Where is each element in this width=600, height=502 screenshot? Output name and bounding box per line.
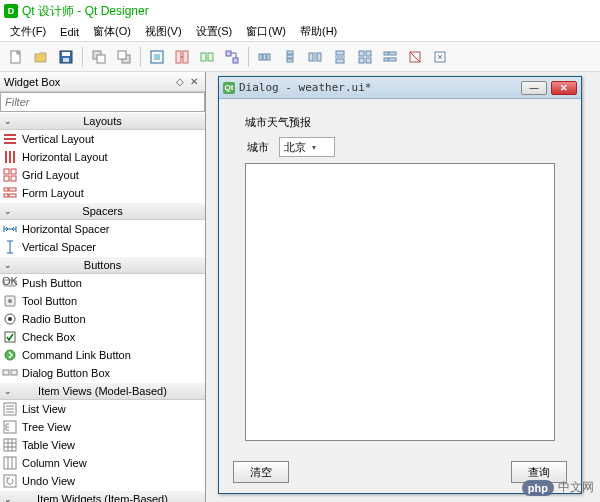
svg-rect-33 <box>384 52 388 55</box>
widget-horizontal-spacer[interactable]: Horizontal Spacer <box>0 220 205 238</box>
widget-check-box[interactable]: Check Box <box>0 328 205 346</box>
category-layouts[interactable]: ⌄Layouts <box>0 112 205 130</box>
bring-front-button[interactable] <box>112 45 136 69</box>
widget-list[interactable]: ⌄Layouts Vertical Layout Horizontal Layo… <box>0 112 205 502</box>
main-area: Widget Box ◇ ✕ ⌄Layouts Vertical Layout … <box>0 72 600 502</box>
widget-table-view[interactable]: Table View <box>0 436 205 454</box>
svg-rect-30 <box>366 51 371 56</box>
menu-help[interactable]: 帮助(H) <box>294 22 343 41</box>
layout-vertical-button[interactable] <box>278 45 302 69</box>
svg-rect-26 <box>336 51 344 55</box>
toolbar-separator <box>248 47 249 67</box>
svg-rect-49 <box>11 176 16 181</box>
widget-form-layout[interactable]: Form Layout <box>0 184 205 202</box>
svg-rect-29 <box>359 51 364 56</box>
svg-text:OK: OK <box>2 276 18 287</box>
widget-vertical-spacer[interactable]: Vertical Spacer <box>0 238 205 256</box>
layout-vsplit-button[interactable] <box>328 45 352 69</box>
svg-rect-60 <box>5 332 15 342</box>
design-canvas[interactable]: Qt Dialog - weather.ui* — ✕ 城市天气预报 城市 北京… <box>206 72 600 502</box>
menu-file[interactable]: 文件(F) <box>4 22 52 41</box>
edit-tab-order-button[interactable] <box>220 45 244 69</box>
adjust-size-button[interactable] <box>428 45 452 69</box>
open-file-button[interactable] <box>29 45 53 69</box>
svg-rect-23 <box>309 53 313 61</box>
undo-view-icon <box>2 474 18 488</box>
filter-input[interactable] <box>0 92 205 112</box>
grid-layout-icon <box>2 168 18 182</box>
svg-rect-63 <box>11 370 17 375</box>
break-layout-button[interactable] <box>403 45 427 69</box>
column-view-icon <box>2 456 18 470</box>
widget-vertical-layout[interactable]: Vertical Layout <box>0 130 205 148</box>
result-textbox[interactable] <box>245 163 555 441</box>
menu-settings[interactable]: 设置(S) <box>190 22 239 41</box>
edit-buddies-button[interactable] <box>195 45 219 69</box>
clear-button[interactable]: 清空 <box>233 461 289 483</box>
svg-rect-36 <box>389 58 396 61</box>
menu-window[interactable]: 窗口(W) <box>240 22 292 41</box>
dialog-titlebar[interactable]: Qt Dialog - weather.ui* — ✕ <box>219 77 581 99</box>
weather-groupbox[interactable]: 城市天气预报 城市 北京 ▾ <box>233 109 567 451</box>
widget-undo-view[interactable]: Undo View <box>0 472 205 490</box>
widget-box-title: Widget Box <box>4 76 173 88</box>
widget-box-header: Widget Box ◇ ✕ <box>0 72 205 92</box>
menu-edit[interactable]: Edit <box>54 24 85 40</box>
widget-tree-view[interactable]: Tree View <box>0 418 205 436</box>
widget-push-button[interactable]: OKPush Button <box>0 274 205 292</box>
svg-rect-11 <box>183 51 188 63</box>
edit-signals-button[interactable] <box>170 45 194 69</box>
widget-list-view[interactable]: List View <box>0 400 205 418</box>
menu-view[interactable]: 视图(V) <box>139 22 188 41</box>
widget-command-link-button[interactable]: Command Link Button <box>0 346 205 364</box>
list-view-icon <box>2 402 18 416</box>
widget-horizontal-layout[interactable]: Horizontal Layout <box>0 148 205 166</box>
category-item-views[interactable]: ⌄Item Views (Model-Based) <box>0 382 205 400</box>
layout-horizontal-button[interactable] <box>253 45 277 69</box>
minimize-button[interactable]: — <box>521 81 547 95</box>
save-button[interactable] <box>54 45 78 69</box>
send-back-button[interactable] <box>87 45 111 69</box>
svg-rect-50 <box>4 188 8 191</box>
dock-close-icon[interactable]: ✕ <box>187 75 201 89</box>
widget-grid-layout[interactable]: Grid Layout <box>0 166 205 184</box>
qt-logo-icon: Qt <box>223 82 235 94</box>
svg-rect-52 <box>4 194 8 197</box>
horizontal-layout-icon <box>2 150 18 164</box>
widget-radio-button[interactable]: Radio Button <box>0 310 205 328</box>
layout-hsplit-button[interactable] <box>303 45 327 69</box>
svg-rect-7 <box>118 51 126 59</box>
category-spacers[interactable]: ⌄Spacers <box>0 202 205 220</box>
close-button[interactable]: ✕ <box>551 81 577 95</box>
app-title: Qt 设计师 - Qt Designer <box>22 3 149 20</box>
category-item-widgets[interactable]: ⌄Item Widgets (Item-Based) <box>0 490 205 502</box>
new-file-button[interactable] <box>4 45 28 69</box>
menubar: 文件(F) Edit 窗体(O) 视图(V) 设置(S) 窗口(W) 帮助(H) <box>0 22 600 42</box>
category-buttons[interactable]: ⌄Buttons <box>0 256 205 274</box>
dialog-title: Dialog - weather.ui* <box>239 81 517 94</box>
edit-widgets-button[interactable] <box>145 45 169 69</box>
city-combobox[interactable]: 北京 ▾ <box>279 137 335 157</box>
widget-dialog-button-box[interactable]: Dialog Button Box <box>0 364 205 382</box>
svg-rect-27 <box>336 59 344 63</box>
dock-float-icon[interactable]: ◇ <box>173 75 187 89</box>
svg-rect-15 <box>226 51 231 56</box>
check-box-icon <box>2 330 18 344</box>
svg-rect-10 <box>176 51 181 63</box>
chevron-down-icon: ⌄ <box>4 206 12 216</box>
dialog-window[interactable]: Qt Dialog - weather.ui* — ✕ 城市天气预报 城市 北京… <box>218 76 582 494</box>
svg-rect-19 <box>267 54 270 60</box>
vertical-layout-icon <box>2 132 18 146</box>
svg-rect-17 <box>259 54 262 60</box>
svg-point-57 <box>8 299 12 303</box>
layout-grid-button[interactable] <box>353 45 377 69</box>
widget-tool-button[interactable]: Tool Button <box>0 292 205 310</box>
dialog-body[interactable]: 城市天气预报 城市 北京 ▾ 清空 查询 <box>219 99 581 493</box>
widget-column-view[interactable]: Column View <box>0 454 205 472</box>
svg-rect-20 <box>287 51 293 54</box>
tool-button-icon <box>2 294 18 308</box>
watermark: php 中文网 <box>522 479 594 496</box>
menu-form[interactable]: 窗体(O) <box>87 22 137 41</box>
layout-form-button[interactable] <box>378 45 402 69</box>
svg-point-59 <box>8 317 12 321</box>
